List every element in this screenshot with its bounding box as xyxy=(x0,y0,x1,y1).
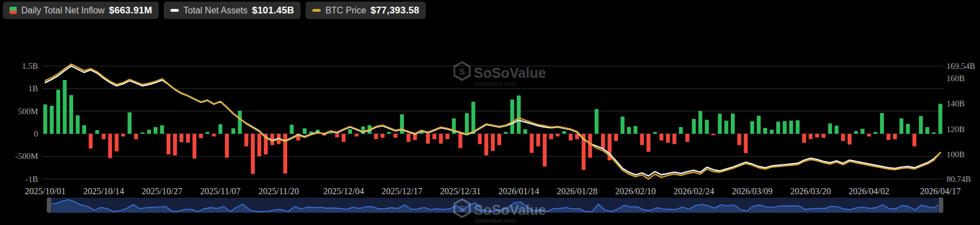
inflow-bar xyxy=(225,134,229,158)
inflow-bar xyxy=(102,134,106,139)
watermark-domain: sosovalue.com xyxy=(475,80,516,87)
inflow-bars-icon xyxy=(9,7,17,14)
net-assets-line-icon xyxy=(170,9,179,12)
inflow-bar xyxy=(634,126,638,134)
x-axis-label: 2026/04/02 xyxy=(849,186,889,196)
inflow-bar xyxy=(355,134,359,137)
inflow-bar xyxy=(848,134,851,144)
inflow-bar xyxy=(212,134,216,137)
inflow-bar xyxy=(63,80,66,134)
inflow-bar xyxy=(646,134,650,152)
inflow-bar xyxy=(614,134,618,141)
navigator-handle-left[interactable] xyxy=(47,198,52,213)
y-axis-label-right: 169.54B xyxy=(946,62,975,71)
navigator-handle-right[interactable] xyxy=(939,198,944,213)
y-axis-label-right: 160B xyxy=(946,74,965,83)
inflow-bar xyxy=(108,134,112,158)
inflow-bar xyxy=(348,129,352,134)
inflow-bar xyxy=(601,134,605,148)
watermark-brand: SoSoValue xyxy=(474,65,546,81)
legend-item-daily-total-net-inflow[interactable]: Daily Total Net Inflow $663.91M xyxy=(3,2,159,19)
inflow-bar xyxy=(932,133,936,134)
inflow-bar xyxy=(750,121,754,134)
inflow-bar xyxy=(562,131,566,134)
inflow-bar xyxy=(115,134,118,151)
x-axis-label: 2026/03/20 xyxy=(790,186,831,196)
inflow-bar xyxy=(374,134,378,139)
y-axis-label-left: 500M xyxy=(18,107,38,116)
inflow-bar xyxy=(711,134,715,135)
y-axis-label-left: -500M xyxy=(15,152,38,161)
inflow-bar xyxy=(497,134,501,145)
inflow-bar xyxy=(186,134,190,143)
y-axis-label-left: 1.5B xyxy=(22,62,38,71)
inflow-bar xyxy=(530,134,534,153)
inflow-bar xyxy=(82,125,86,134)
inflow-bar xyxy=(653,132,657,134)
inflow-bar xyxy=(815,134,819,137)
legend-item-btc-price[interactable]: BTC Price $77,393.58 xyxy=(306,2,426,19)
x-axis-label: 2025/10/27 xyxy=(142,186,183,196)
inflow-bar xyxy=(160,125,164,134)
y-axis-label-right: 80.74B xyxy=(946,175,971,184)
inflow-bar xyxy=(666,134,670,143)
x-axis-label: 2026/02/24 xyxy=(673,186,714,196)
inflow-icon-red-half xyxy=(9,11,17,15)
watermark-domain: sosovalue.com xyxy=(475,217,516,224)
inflow-bar xyxy=(303,128,307,134)
legend-value-btc-price: $77,393.58 xyxy=(370,5,419,16)
sosovalue-watermark: SSoSoValuesosovalue.com xyxy=(454,62,546,87)
inflow-bar xyxy=(627,127,631,134)
inflow-bar xyxy=(193,134,197,158)
inflow-bar xyxy=(789,121,793,134)
inflow-bar xyxy=(939,104,943,134)
inflow-bar xyxy=(698,111,702,134)
inflow-bar xyxy=(258,134,261,156)
inflow-bar xyxy=(89,134,93,149)
x-axis-label: 2026/01/28 xyxy=(556,186,597,196)
inflow-bar xyxy=(873,132,877,134)
y-axis-label-right: 100B xyxy=(946,150,965,159)
bitcoin-etf-flow-dashboard: 1.5B1B500M0-500M-1B169.54B160B140B120B10… xyxy=(0,0,980,225)
inflow-bar xyxy=(472,102,475,134)
inflow-bar xyxy=(426,134,430,144)
inflow-bar xyxy=(880,113,884,134)
legend-item-total-net-assets[interactable]: Total Net Assets $101.45B xyxy=(164,2,301,19)
x-axis-label: 2025/12/31 xyxy=(440,186,481,196)
x-axis-label: 2026/03/09 xyxy=(732,186,773,196)
inflow-bar xyxy=(783,121,787,134)
inflow-bar xyxy=(854,131,858,134)
inflow-bar xyxy=(121,134,125,137)
inflow-bar xyxy=(329,133,332,134)
y-axis-label-right: 140B xyxy=(946,99,965,108)
inflow-bar xyxy=(835,125,839,134)
btc-price-line-icon xyxy=(312,9,321,12)
inflow-bar xyxy=(887,134,891,140)
y-axis-label-left: -1B xyxy=(26,175,39,184)
inflow-bar xyxy=(154,127,158,134)
inflow-bar xyxy=(76,115,80,134)
inflow-bar xyxy=(828,123,832,134)
sosovalue-logo-letter: S xyxy=(459,204,465,213)
inflow-bar xyxy=(484,134,488,156)
inflow-bar xyxy=(808,134,812,139)
inflow-bar xyxy=(919,116,923,134)
inflow-bar xyxy=(199,134,203,138)
inflow-bar xyxy=(860,129,864,134)
inflow-bar xyxy=(517,95,521,134)
inflow-bar xyxy=(679,127,683,134)
inflow-bar xyxy=(238,111,242,134)
x-axis-label: 2025/12/17 xyxy=(382,186,422,196)
inflow-bar xyxy=(166,134,170,154)
inflow-bar xyxy=(906,124,910,134)
y-axis-label-right: 120B xyxy=(946,125,965,134)
inflow-bar xyxy=(621,116,625,134)
inflow-bar xyxy=(692,119,696,134)
y-axis-label-left: 1B xyxy=(28,84,38,93)
inflow-bar xyxy=(458,134,462,148)
inflow-bar xyxy=(407,134,411,142)
x-axis-label: 2025/11/07 xyxy=(200,186,240,196)
legend-value-total-net-assets: $101.45B xyxy=(252,5,294,16)
inflow-bar xyxy=(718,114,722,134)
inflow-bar xyxy=(56,90,60,134)
